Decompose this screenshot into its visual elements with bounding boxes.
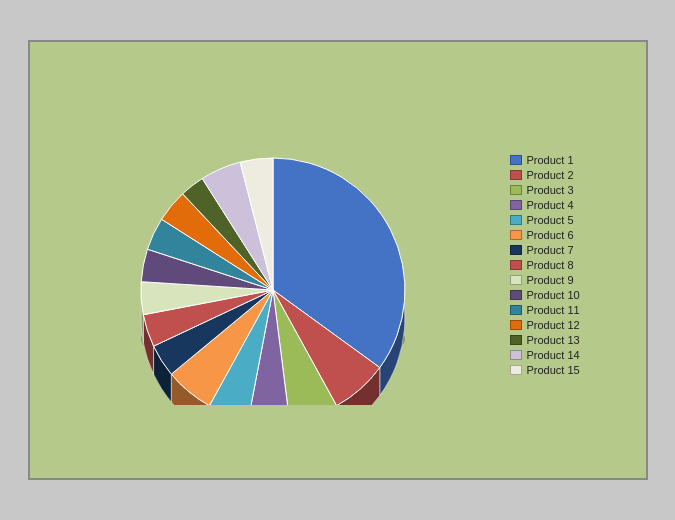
legend-label: Product 8: [527, 259, 574, 271]
legend-color-box: [510, 185, 522, 195]
chart-body: Product 1Product 2Product 3Product 4Prod…: [46, 68, 630, 462]
legend-color-box: [510, 245, 522, 255]
legend-item: Product 1: [510, 154, 630, 166]
legend-label: Product 12: [527, 319, 580, 331]
legend-label: Product 2: [527, 169, 574, 181]
legend: Product 1Product 2Product 3Product 4Prod…: [500, 154, 630, 376]
legend-item: Product 3: [510, 184, 630, 196]
legend-item: Product 10: [510, 289, 630, 301]
legend-label: Product 10: [527, 289, 580, 301]
legend-label: Product 1: [527, 154, 574, 166]
legend-item: Product 5: [510, 214, 630, 226]
legend-item: Product 8: [510, 259, 630, 271]
legend-item: Product 13: [510, 334, 630, 346]
legend-item: Product 11: [510, 304, 630, 316]
pie-chart: [113, 125, 433, 405]
pie-wrapper: [113, 125, 433, 405]
legend-label: Product 3: [527, 184, 574, 196]
legend-color-box: [510, 170, 522, 180]
legend-item: Product 4: [510, 199, 630, 211]
legend-item: Product 9: [510, 274, 630, 286]
chart-container: Product 1Product 2Product 3Product 4Prod…: [28, 40, 648, 480]
legend-color-box: [510, 365, 522, 375]
legend-item: Product 12: [510, 319, 630, 331]
legend-color-box: [510, 200, 522, 210]
legend-label: Product 15: [527, 364, 580, 376]
legend-color-box: [510, 155, 522, 165]
legend-label: Product 9: [527, 274, 574, 286]
legend-color-box: [510, 275, 522, 285]
legend-label: Product 4: [527, 199, 574, 211]
legend-item: Product 7: [510, 244, 630, 256]
legend-item: Product 14: [510, 349, 630, 361]
legend-label: Product 13: [527, 334, 580, 346]
legend-color-box: [510, 290, 522, 300]
legend-color-box: [510, 305, 522, 315]
legend-item: Product 2: [510, 169, 630, 181]
legend-item: Product 6: [510, 229, 630, 241]
legend-label: Product 7: [527, 244, 574, 256]
legend-label: Product 11: [527, 304, 580, 316]
legend-color-box: [510, 215, 522, 225]
pie-area: [46, 125, 500, 405]
legend-color-box: [510, 230, 522, 240]
legend-color-box: [510, 350, 522, 360]
legend-label: Product 6: [527, 229, 574, 241]
legend-color-box: [510, 260, 522, 270]
legend-color-box: [510, 335, 522, 345]
legend-label: Product 5: [527, 214, 574, 226]
legend-label: Product 14: [527, 349, 580, 361]
legend-color-box: [510, 320, 522, 330]
legend-item: Product 15: [510, 364, 630, 376]
